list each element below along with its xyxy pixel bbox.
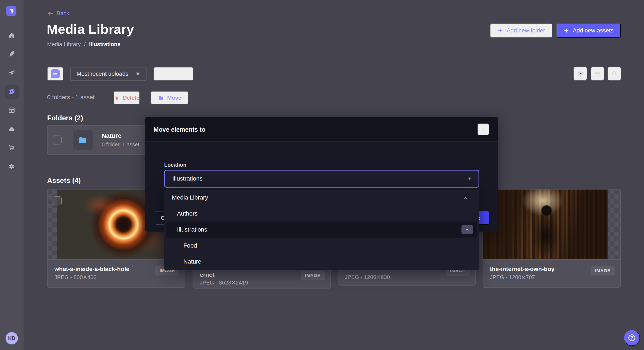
close-button[interactable] xyxy=(477,123,489,135)
dropdown-item-nature[interactable]: Nature xyxy=(164,253,479,269)
breadcrumb-current: Illustrations xyxy=(89,41,120,48)
sidebar-item-releases[interactable] xyxy=(5,66,18,80)
sidebar-item-content-manager[interactable] xyxy=(5,47,18,61)
folder-icon xyxy=(73,130,93,150)
collapse-children-button[interactable] xyxy=(462,225,473,234)
close-icon xyxy=(481,127,486,132)
sidebar: KD xyxy=(0,0,24,350)
sidebar-item-settings[interactable] xyxy=(5,160,18,173)
add-new-folder-button[interactable]: Add new folder xyxy=(490,24,552,38)
folder-meta: 0 folder, 1 asset xyxy=(102,142,140,148)
plus-icon xyxy=(497,28,503,34)
search-icon xyxy=(611,70,618,77)
add-new-folder-label: Add new folder xyxy=(507,27,545,34)
chevron-up-icon xyxy=(464,227,470,233)
location-label: Location xyxy=(164,162,186,168)
layout-icon xyxy=(8,107,15,114)
sidebar-item-deploy[interactable] xyxy=(5,122,18,136)
asset-thumbnail xyxy=(483,190,620,259)
avatar[interactable]: KD xyxy=(6,332,18,344)
strapi-logo-icon[interactable] xyxy=(6,6,16,16)
select-all-checkbox-button[interactable] xyxy=(47,67,63,81)
chevron-down-icon xyxy=(468,178,471,180)
breadcrumb-separator: / xyxy=(84,41,86,48)
folder-icon xyxy=(158,95,164,101)
gear-icon xyxy=(577,70,584,77)
asset-name: the-internet-s-own-boy xyxy=(490,266,554,272)
selection-summary: 0 folders - 1 asset xyxy=(47,94,95,101)
folders-heading: Folders (2) xyxy=(47,114,83,122)
location-select[interactable]: Illustrations xyxy=(164,170,479,188)
sidebar-item-marketplace[interactable] xyxy=(5,141,18,155)
asset-meta: JPEG - 1200✕707 xyxy=(490,274,535,280)
back-link[interactable]: Back xyxy=(47,10,69,17)
sort-select[interactable]: Most recent uploads xyxy=(70,67,146,81)
arrow-left-icon xyxy=(47,11,54,17)
chevron-down-icon xyxy=(136,73,140,75)
modal-header: Move elements to xyxy=(145,117,498,142)
sidebar-divider xyxy=(0,326,24,326)
sidebar-item-media-library[interactable] xyxy=(5,85,18,99)
sidebar-divider xyxy=(0,23,24,23)
paper-plane-icon xyxy=(8,69,15,76)
dropdown-item-food[interactable]: Food xyxy=(164,237,479,253)
chevron-up-icon[interactable] xyxy=(462,194,469,201)
dropdown-item-label: Illustrations xyxy=(177,226,207,233)
question-mark-icon xyxy=(627,333,636,342)
gear-icon xyxy=(8,163,15,170)
asset-name: what-s-inside-a-black-hole xyxy=(54,266,130,272)
search-button[interactable] xyxy=(608,67,621,81)
dropdown-item-authors[interactable]: Authors xyxy=(164,205,479,221)
media-library-icon xyxy=(8,88,15,95)
list-view-button[interactable] xyxy=(591,67,604,81)
dropdown-item-label: Nature xyxy=(184,258,201,265)
filter-icon xyxy=(160,71,166,77)
sort-select-value: Most recent uploads xyxy=(76,71,128,77)
cloud-icon xyxy=(8,126,15,133)
asset-meta: JPEG - 3628✕2419 xyxy=(200,279,248,286)
trash-icon xyxy=(114,95,120,101)
dropdown-item-illustrations[interactable]: Illustrations xyxy=(166,221,477,237)
library-photo-image xyxy=(483,190,608,259)
add-new-assets-label: Add new assets xyxy=(573,27,614,34)
media-library-app: KD Back Media Library Media Library / Il… xyxy=(0,0,644,350)
asset-meta: JPEG - 1200✕630 xyxy=(345,274,390,280)
avatar-initials: KD xyxy=(8,335,15,341)
breadcrumb: Media Library / Illustrations xyxy=(47,41,120,48)
delete-button[interactable]: Delete xyxy=(114,91,140,104)
sidebar-item-content-type-builder[interactable] xyxy=(5,103,18,117)
grid-settings-button[interactable] xyxy=(574,67,587,81)
location-dropdown: Media Library Authors Illustrations Food… xyxy=(164,190,479,270)
modal-title: Move elements to xyxy=(154,126,205,133)
folder-name[interactable]: Nature xyxy=(102,132,140,139)
feather-icon xyxy=(8,50,15,57)
move-button[interactable]: Move xyxy=(151,91,188,104)
filters-button[interactable]: Filters xyxy=(154,67,193,81)
plus-icon xyxy=(564,28,569,34)
assets-heading: Assets (4) xyxy=(47,176,81,185)
delete-label: Delete xyxy=(123,95,140,101)
move-label: Move xyxy=(167,95,181,101)
asset-type-badge: IMAGE xyxy=(591,266,615,275)
add-new-assets-button[interactable]: Add new assets xyxy=(556,24,621,38)
dropdown-item-label: Authors xyxy=(177,210,198,217)
home-icon xyxy=(8,32,15,39)
help-button[interactable] xyxy=(624,330,640,346)
location-select-value: Illustrations xyxy=(172,175,202,182)
breadcrumb-parent[interactable]: Media Library xyxy=(47,41,81,48)
cart-icon xyxy=(8,144,15,152)
folder-checkbox[interactable] xyxy=(53,136,62,145)
filters-label: Filters xyxy=(170,71,187,77)
sidebar-item-home[interactable] xyxy=(5,29,18,42)
asset-card[interactable]: the-internet-s-own-boy JPEG - 1200✕707 I… xyxy=(482,189,621,288)
asset-type-badge: IMAGE xyxy=(301,271,325,280)
dropdown-item-label: Food xyxy=(184,242,197,249)
page-title: Media Library xyxy=(47,22,134,37)
back-label: Back xyxy=(56,10,69,17)
asset-checkbox[interactable] xyxy=(53,196,62,205)
dropdown-item-media-library[interactable]: Media Library xyxy=(164,190,479,205)
dropdown-item-label: Media Library xyxy=(172,194,208,201)
list-icon xyxy=(594,70,601,77)
asset-meta: JPEG - 800✕466 xyxy=(54,274,96,280)
indeterminate-checkbox[interactable] xyxy=(51,69,60,78)
